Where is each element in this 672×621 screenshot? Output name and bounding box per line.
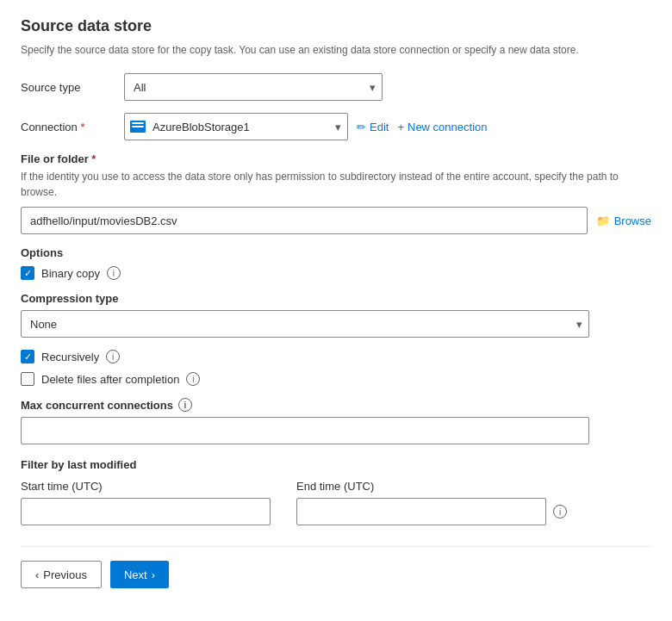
connection-row: Connection AzureBlobStorage1 AzureBlobSt…	[21, 113, 651, 140]
compression-label: Compression type	[21, 292, 651, 305]
connection-label: Connection	[21, 121, 124, 134]
browse-button[interactable]: 📁 Browse	[596, 214, 651, 227]
previous-button[interactable]: ‹ Previous	[21, 561, 102, 588]
recursively-info-icon[interactable]: i	[106, 350, 120, 363]
page-title: Source data store	[21, 17, 651, 35]
max-connections-info-icon[interactable]: i	[178, 398, 192, 412]
start-time-label: Start time (UTC)	[21, 480, 271, 493]
recursively-checkbox[interactable]	[21, 350, 34, 363]
next-button[interactable]: Next ›	[110, 561, 169, 588]
options-section: Options Binary copy i	[21, 246, 651, 280]
delete-files-checkbox[interactable]	[21, 372, 34, 386]
edit-button[interactable]: ✏ Edit	[357, 121, 389, 134]
binary-copy-label: Binary copy	[41, 267, 100, 280]
folder-icon: 📁	[596, 214, 610, 227]
binary-copy-row: Binary copy i	[21, 266, 651, 280]
source-type-label: Source type	[21, 81, 124, 94]
max-connections-label: Max concurrent connections i	[21, 398, 651, 412]
browse-label: Browse	[614, 214, 651, 227]
max-connections-input[interactable]	[21, 417, 589, 444]
file-folder-label: File or folder	[21, 152, 651, 165]
source-type-row: Source type All Azure Blob Storage Azure…	[21, 73, 651, 101]
source-type-control: All Azure Blob Storage Azure SQL File Sy…	[124, 73, 651, 101]
delete-files-label: Delete files after completion	[41, 373, 179, 386]
source-type-select-wrapper: All Azure Blob Storage Azure SQL File Sy…	[124, 73, 383, 101]
storage-icon	[130, 121, 146, 133]
recursively-row: Recursively i	[21, 350, 651, 363]
compression-select-wrapper: None gzip bzip2 deflate ZipDeflate snapp…	[21, 310, 589, 338]
connection-control: AzureBlobStorage1 AzureBlobStorage2 ▾ ✏ …	[124, 113, 651, 140]
recursively-label: Recursively	[41, 351, 99, 363]
end-time-input-row: i	[296, 498, 567, 525]
connection-select-wrapper: AzureBlobStorage1 AzureBlobStorage2 ▾	[124, 113, 348, 140]
edit-label: Edit	[370, 121, 389, 134]
next-label: Next	[124, 568, 147, 581]
compression-select[interactable]: None gzip bzip2 deflate ZipDeflate snapp…	[21, 310, 589, 338]
filter-title: Filter by last modified	[21, 458, 651, 471]
filter-section: Filter by last modified Start time (UTC)…	[21, 458, 651, 525]
end-time-input[interactable]	[296, 498, 546, 525]
file-folder-section: File or folder If the identity you use t…	[21, 152, 651, 234]
file-folder-row: 📁 Browse	[21, 207, 651, 234]
end-time-info-icon[interactable]: i	[553, 505, 567, 519]
delete-files-row: Delete files after completion i	[21, 372, 651, 386]
file-folder-sublabel: If the identity you use to access the da…	[21, 169, 651, 200]
chevron-left-icon: ‹	[35, 568, 39, 581]
connection-select[interactable]: AzureBlobStorage1 AzureBlobStorage2	[124, 113, 348, 140]
options-title: Options	[21, 246, 651, 259]
max-connections-section: Max concurrent connections i	[21, 398, 651, 444]
source-type-select[interactable]: All Azure Blob Storage Azure SQL File Sy…	[124, 73, 383, 101]
new-connection-button[interactable]: + New connection	[397, 121, 487, 134]
binary-copy-checkbox[interactable]	[21, 266, 34, 280]
compression-section: Compression type None gzip bzip2 deflate…	[21, 292, 651, 338]
start-time-group: Start time (UTC)	[21, 480, 271, 525]
page-subtitle: Specify the source data store for the co…	[21, 42, 651, 58]
end-time-label: End time (UTC)	[296, 480, 567, 493]
new-connection-label: New connection	[408, 121, 488, 134]
delete-files-info-icon[interactable]: i	[186, 372, 200, 386]
plus-icon: +	[397, 121, 404, 134]
max-connections-label-text: Max concurrent connections	[21, 399, 173, 412]
time-row: Start time (UTC) End time (UTC) i	[21, 480, 651, 525]
pencil-icon: ✏	[357, 121, 366, 134]
start-time-input[interactable]	[21, 498, 271, 525]
chevron-right-icon: ›	[152, 568, 155, 581]
binary-copy-info-icon[interactable]: i	[107, 266, 121, 280]
previous-label: Previous	[43, 568, 87, 581]
end-time-group: End time (UTC) i	[296, 480, 567, 525]
footer: ‹ Previous Next ›	[21, 546, 651, 588]
file-folder-input[interactable]	[21, 207, 588, 234]
